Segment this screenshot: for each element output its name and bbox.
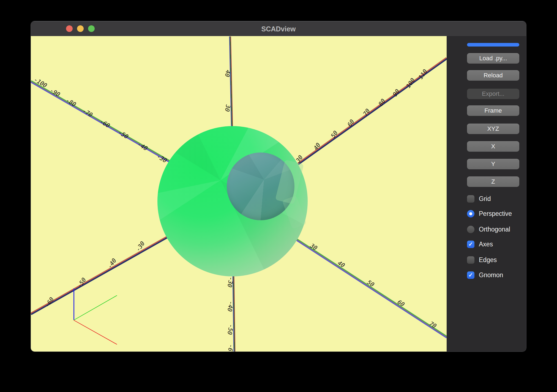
sidebar-panel: Load .py...ReloadExport...FrameXYZXYZ Gr… [447,36,526,352]
x-negative-tick-label: -40 [106,257,118,270]
load-py-button[interactable]: Load .py... [467,53,519,64]
grid-toggle-label: Grid [479,195,491,203]
checkbox-checked-icon: ✓ [467,241,474,248]
checkbox-unchecked-icon [467,195,474,203]
z-button[interactable]: Z [467,176,519,187]
app-window: SCADview -100-90-80-70-60-50-40-30304050… [31,21,526,352]
radio-unselected-icon [467,226,474,233]
progress-bar [467,43,519,47]
y-axis-positive-line [295,238,447,338]
perspective-radio[interactable] [467,210,474,217]
gnomon-checkbox[interactable]: ✓ [467,271,474,279]
frame-button[interactable]: Frame [467,105,519,116]
checkmark-icon: ✓ [468,241,473,247]
orthogonal-toggle-row[interactable]: Orthogonal [467,225,510,233]
edges-checkbox[interactable] [467,256,474,264]
viewport-3d[interactable]: -100-90-80-70-60-50-40-30304050607030405… [31,36,447,352]
z-axis-upper-line [229,36,233,128]
gnomon-z-axis [73,288,74,320]
radio-dot-icon [469,212,472,215]
gnomon-y-axis [74,295,117,320]
axes-toggle-row[interactable]: ✓Axes [467,240,493,248]
axes-checkbox[interactable]: ✓ [467,241,474,248]
perspective-toggle-label: Perspective [479,210,512,217]
orthogonal-toggle-label: Orthogonal [479,226,510,233]
z-upper-tick-label: 30 [224,104,231,112]
grid-checkbox[interactable] [467,195,474,203]
desktop-background: SCADview -100-90-80-70-60-50-40-30304050… [0,0,557,392]
x-positive-tick-label: 60 [346,118,356,128]
checkbox-checked-icon: ✓ [467,271,474,279]
z-lower-tick-label: -60 [226,344,234,352]
x-button[interactable]: X [467,141,519,152]
z-upper-tick-label: 40 [224,69,231,77]
checkbox-unchecked-icon [467,256,474,264]
edges-toggle-label: Edges [479,256,497,264]
window-title: SCADview [31,21,526,36]
axes-toggle-label: Axes [479,241,493,248]
grid-toggle-row[interactable]: Grid [467,195,491,203]
perspective-toggle-row[interactable]: Perspective [467,209,512,218]
gnomon-toggle-row[interactable]: ✓Gnomon [467,271,503,279]
edges-toggle-row[interactable]: Edges [467,256,497,264]
gnomon-toggle-label: Gnomon [479,271,503,279]
y-button[interactable]: Y [467,159,519,169]
radio-selected-icon [467,210,474,217]
export-button: Export... [467,89,519,99]
y-positive-tick-label: 70 [428,320,438,330]
orthogonal-radio[interactable] [467,226,474,233]
reload-button[interactable]: Reload [467,70,519,81]
checkmark-icon: ✓ [468,272,473,278]
gnomon-x-axis [74,320,117,345]
title-bar[interactable]: SCADview [31,21,526,36]
x-positive-tick-label: 40 [312,142,322,151]
xyz-button[interactable]: XYZ [467,124,519,134]
x-positive-tick-label: 50 [330,130,339,139]
